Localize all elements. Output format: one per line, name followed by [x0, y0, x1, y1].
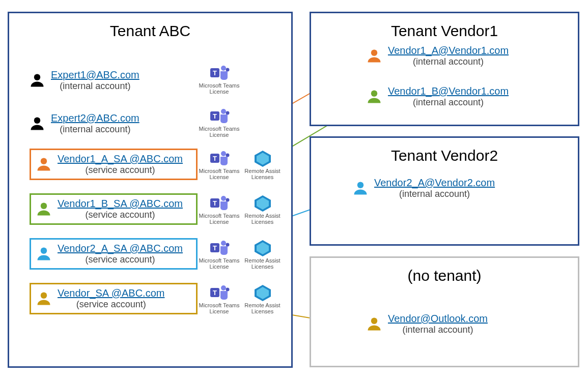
vendor2a-licenses: T Microsoft Teams License Remote Assist … — [198, 239, 284, 270]
vendor1a-sa-link[interactable]: Vendor1_A_SA @ABC.com — [58, 153, 183, 165]
svg-point-17 — [221, 151, 226, 156]
svg-point-24 — [221, 196, 226, 201]
svg-point-45 — [371, 318, 378, 325]
expert1-sub: (internal account) — [60, 81, 130, 92]
vendor1a-ext-link[interactable]: Vendor1_A@Vendor1.com — [388, 45, 509, 56]
svg-point-32 — [226, 243, 229, 247]
vendor2a-ext-sub: (internal account) — [399, 189, 470, 199]
svg-point-43 — [371, 91, 378, 97]
svg-point-14 — [41, 158, 47, 165]
expert2-row: Expert2@ABC.com (internal account) — [30, 112, 139, 135]
expert2-link[interactable]: Expert2@ABC.com — [51, 112, 139, 124]
vendor2a-ext-row: Vendor2_A@Vendor2.com (internal account) — [353, 177, 495, 199]
svg-point-18 — [226, 154, 229, 157]
vendor1a-sa-box: Vendor1_A_SA @ABC.com (service account) — [30, 149, 198, 180]
vendorsa-sub: (service account) — [76, 299, 146, 310]
vendorsa-link[interactable]: Vendor_SA @ABC.com — [58, 287, 164, 299]
person-icon — [367, 89, 382, 104]
svg-text:T: T — [213, 112, 217, 120]
vendor1a-ext-row: Vendor1_A@Vendor1.com (internal account) — [367, 45, 509, 67]
person-icon — [367, 316, 382, 332]
vendor1b-sa-link[interactable]: Vendor1_B_SA @ABC.com — [58, 198, 183, 210]
vendor1b-licenses: T Microsoft Teams License Remote Assist … — [198, 194, 284, 225]
tenant-vendor1-title: Tenant Vendor1 — [311, 22, 578, 40]
vendor1b-ext-link[interactable]: Vendor1_B@Vendor1.com — [388, 85, 509, 97]
vendor1a-licenses: T Microsoft Teams License Remote Assist … — [198, 150, 284, 180]
person-icon — [30, 116, 45, 131]
person-icon — [353, 181, 368, 196]
svg-point-28 — [41, 248, 47, 254]
teams-license-label: Microsoft Teams License — [198, 126, 241, 138]
person-icon — [36, 157, 51, 172]
person-icon — [36, 246, 51, 261]
tenant-vendor2-title: Tenant Vendor2 — [311, 147, 578, 164]
svg-point-25 — [226, 198, 229, 202]
person-icon — [36, 291, 51, 306]
remote-license-label: Remote Assist Licenses — [241, 257, 284, 270]
diagram-stage: Tenant ABC Expert1@ABC.com (internal acc… — [0, 0, 588, 379]
vendor1b-ext-row: Vendor1_B@Vendor1.com (internal account) — [367, 85, 509, 108]
teams-license-label: Microsoft Teams License — [198, 168, 241, 180]
no-tenant-box: (no tenant) — [310, 256, 579, 367]
outlook-ext-link[interactable]: Vendor@Outlook.com — [388, 313, 488, 325]
person-icon — [367, 48, 382, 64]
vendor2a-ext-link[interactable]: Vendor2_A@Vendor2.com — [374, 177, 495, 189]
expert1-licenses: T Microsoft Teams License — [198, 64, 241, 95]
remote-license-label: Remote Assist Licenses — [241, 168, 284, 180]
svg-point-38 — [221, 285, 226, 290]
teams-icon: T — [209, 239, 230, 256]
person-icon — [36, 201, 51, 217]
outlook-ext-sub: (internal account) — [402, 325, 473, 335]
teams-icon: T — [209, 284, 230, 301]
svg-text:T: T — [213, 244, 217, 252]
remote-assist-icon — [253, 239, 273, 256]
svg-point-4 — [34, 74, 41, 81]
svg-point-9 — [34, 118, 41, 124]
outlook-ext-row: Vendor@Outlook.com (internal account) — [367, 313, 488, 335]
tenant-abc-box: Tenant ABC Expert1@ABC.com (internal acc… — [8, 12, 293, 368]
teams-icon: T — [209, 64, 230, 81]
remote-license-label: Remote Assist Licenses — [241, 302, 284, 314]
teams-license-label: Microsoft Teams License — [198, 302, 241, 314]
teams-icon: T — [209, 107, 230, 125]
svg-point-39 — [226, 288, 229, 291]
remote-assist-icon — [253, 150, 273, 167]
person-icon — [30, 73, 45, 88]
svg-point-13 — [226, 111, 229, 115]
expert2-sub: (internal account) — [60, 124, 130, 135]
vendorsa-box: Vendor_SA @ABC.com (service account) — [30, 283, 198, 314]
teams-icon: T — [209, 194, 230, 212]
svg-point-7 — [221, 66, 226, 71]
svg-text:T: T — [213, 199, 217, 207]
vendor1b-sa-box: Vendor1_B_SA @ABC.com (service account) — [30, 193, 198, 225]
expert2-licenses: T Microsoft Teams License — [198, 107, 241, 138]
vendor1b-sa-sub: (service account) — [85, 210, 155, 220]
tenant-abc-title: Tenant ABC — [9, 22, 291, 40]
remote-assist-icon — [253, 194, 273, 212]
svg-point-44 — [357, 182, 364, 189]
svg-point-12 — [221, 109, 226, 114]
svg-point-8 — [226, 68, 229, 72]
svg-text:T: T — [213, 155, 217, 162]
teams-license-label: Microsoft Teams License — [198, 257, 241, 270]
svg-point-42 — [371, 50, 378, 56]
svg-text:T: T — [213, 289, 217, 297]
vendor2a-sa-link[interactable]: Vendor2_A_SA @ABC.com — [58, 243, 183, 254]
teams-icon: T — [209, 150, 230, 167]
no-tenant-title: (no tenant) — [311, 267, 578, 284]
teams-license-label: Microsoft Teams License — [198, 82, 241, 95]
expert1-link[interactable]: Expert1@ABC.com — [51, 69, 139, 81]
expert1-row: Expert1@ABC.com (internal account) — [30, 69, 139, 92]
svg-text:T: T — [213, 69, 217, 77]
vendor1a-ext-sub: (internal account) — [413, 56, 484, 67]
tenant-vendor1-box: Tenant Vendor1 — [310, 12, 579, 126]
vendor1b-ext-sub: (internal account) — [413, 97, 484, 108]
vendor2a-sa-box: Vendor2_A_SA @ABC.com (service account) — [30, 238, 198, 270]
vendorsa-licenses: T Microsoft Teams License Remote Assist … — [198, 284, 284, 314]
remote-assist-icon — [253, 284, 273, 301]
vendor1a-sa-sub: (service account) — [85, 165, 155, 176]
svg-point-31 — [221, 241, 226, 246]
svg-point-35 — [41, 293, 47, 299]
svg-point-21 — [41, 203, 47, 210]
teams-license-label: Microsoft Teams License — [198, 213, 241, 225]
